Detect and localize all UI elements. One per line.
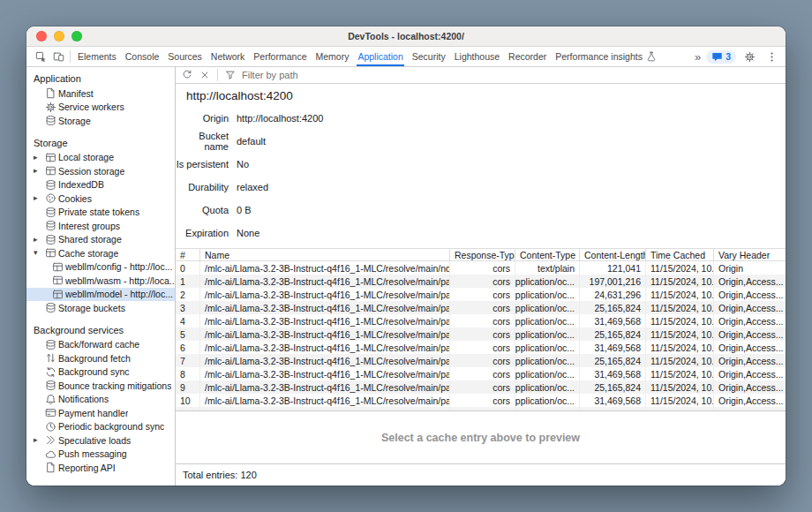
chevron-down-icon[interactable]: ▾ bbox=[34, 249, 42, 257]
cache-entry-row-3[interactable]: 3/mlc-ai/Llama-3.2-3B-Instruct-q4f16_1-M… bbox=[176, 301, 786, 314]
sidebar-item-interest-groups[interactable]: Interest groups bbox=[26, 219, 175, 233]
sidebar-item-background-sync[interactable]: Background sync bbox=[26, 365, 175, 380]
chevron-right-icon[interactable]: ▸ bbox=[34, 167, 42, 175]
cell-content-type: application/oc... bbox=[515, 314, 580, 328]
sidebar-item-back-forward-cache[interactable]: Back/forward cache bbox=[26, 338, 175, 352]
sidebar-item-cookies[interactable]: ▸Cookies bbox=[26, 192, 175, 206]
tab-memory[interactable]: Memory bbox=[311, 47, 353, 66]
document-icon bbox=[42, 462, 58, 473]
tab-performance[interactable]: Performance bbox=[249, 47, 311, 66]
card-icon bbox=[42, 407, 58, 418]
sidebar-item-shared-storage[interactable]: ▸Shared storage bbox=[26, 233, 175, 247]
column-header-name[interactable]: Name bbox=[200, 249, 450, 260]
tab-network[interactable]: Network bbox=[207, 47, 250, 66]
sidebar-item-notifications[interactable]: Notifications bbox=[26, 393, 175, 407]
cache-entry-row-6[interactable]: 6/mlc-ai/Llama-3.2-3B-Instruct-q4f16_1-M… bbox=[176, 341, 786, 354]
cache-entry-row-2[interactable]: 2/mlc-ai/Llama-3.2-3B-Instruct-q4f16_1-M… bbox=[176, 288, 786, 301]
tab-sources[interactable]: Sources bbox=[163, 47, 207, 66]
feedback-badge[interactable]: 3 bbox=[706, 50, 736, 64]
sidebar-item-label: Storage bbox=[58, 116, 91, 126]
sidebar-item-background-fetch[interactable]: Background fetch bbox=[26, 351, 175, 365]
tab-recorder[interactable]: Recorder bbox=[504, 47, 551, 66]
column-header-content-length[interactable]: Content-Length bbox=[580, 249, 646, 260]
chevron-right-icon[interactable]: ▸ bbox=[34, 236, 42, 244]
cache-entry-row-5[interactable]: 5/mlc-ai/Llama-3.2-3B-Instruct-q4f16_1-M… bbox=[176, 328, 786, 341]
fullscreen-window-button[interactable] bbox=[71, 31, 82, 41]
sidebar-item-webllm-wasm-http-loca[interactable]: webllm/wasm - http://loca... bbox=[26, 274, 175, 288]
filter-icon[interactable] bbox=[222, 68, 238, 82]
more-tabs-button[interactable]: » bbox=[694, 51, 702, 63]
refresh-icon[interactable] bbox=[179, 68, 195, 82]
sidebar-item-local-storage[interactable]: ▸Local storage bbox=[26, 151, 175, 165]
cache-entry-row-8[interactable]: 8/mlc-ai/Llama-3.2-3B-Instruct-q4f16_1-M… bbox=[176, 367, 786, 380]
cache-entry-row-9[interactable]: 9/mlc-ai/Llama-3.2-3B-Instruct-q4f16_1-M… bbox=[176, 380, 786, 394]
cell-time-cached: 11/15/2024, 10... bbox=[646, 367, 714, 380]
cache-entry-row-0[interactable]: 0/mlc-ai/Llama-3.2-3B-Instruct-q4f16_1-M… bbox=[176, 261, 786, 275]
window-titlebar[interactable]: DevTools - localhost:4200/ bbox=[26, 26, 786, 47]
sidebar-item-label: Payment handler bbox=[58, 408, 128, 418]
devtools-window: DevTools - localhost:4200/ ElementsConso… bbox=[26, 26, 786, 486]
tab-console[interactable]: Console bbox=[121, 47, 164, 66]
sidebar-item-private-state-tokens[interactable]: Private state tokens bbox=[26, 206, 175, 220]
sidebar-item-session-storage[interactable]: ▸Session storage bbox=[26, 164, 175, 178]
column-header-index[interactable]: # bbox=[176, 249, 200, 260]
cell-content-length: 31,469,568 bbox=[580, 341, 646, 354]
cache-entry-row-4[interactable]: 4/mlc-ai/Llama-3.2-3B-Instruct-q4f16_1-M… bbox=[176, 314, 786, 328]
sidebar-item-label: Push messaging bbox=[58, 448, 127, 459]
sidebar-item-service-workers[interactable]: Service workers bbox=[26, 101, 175, 115]
cell-response-type: cors bbox=[450, 367, 515, 380]
inspect-element-icon[interactable] bbox=[32, 49, 49, 64]
sidebar-item-cache-storage[interactable]: ▾Cache storage bbox=[26, 246, 175, 260]
cell-vary-header: Origin,Access... bbox=[714, 341, 786, 354]
sidebar-item-webllm-config-http-loc[interactable]: webllm/config - http://loc... bbox=[26, 260, 175, 275]
sidebar-item-webllm-model-http-loc[interactable]: webllm/model - http://loc... bbox=[26, 288, 175, 302]
column-header-vary-header[interactable]: Vary Header bbox=[714, 249, 786, 260]
sidebar-item-label: Background sync bbox=[58, 366, 130, 377]
cache-entry-row-1[interactable]: 1/mlc-ai/Llama-3.2-3B-Instruct-q4f16_1-M… bbox=[176, 275, 786, 288]
sidebar-item-label: Shared storage bbox=[58, 234, 122, 245]
cloud-icon bbox=[42, 448, 58, 460]
tab-performance-insights[interactable]: Performance insights bbox=[551, 47, 661, 66]
column-header-content-type[interactable]: Content-Type bbox=[515, 249, 580, 260]
cell-time-cached: 11/15/2024, 10... bbox=[646, 275, 714, 288]
cell-content-type: application/oc... bbox=[515, 341, 580, 354]
tab-label: Performance insights bbox=[555, 51, 643, 62]
cell-name: /mlc-ai/Llama-3.2-3B-Instruct-q4f16_1-ML… bbox=[200, 394, 450, 407]
sidebar-item-bounce-tracking-mitigations[interactable]: Bounce tracking mitigations bbox=[26, 379, 175, 393]
tab-application[interactable]: Application bbox=[353, 47, 407, 66]
device-toolbar-icon[interactable] bbox=[49, 49, 67, 64]
filter-by-path-input[interactable]: Filter by path bbox=[242, 70, 298, 80]
column-header-time-cached[interactable]: Time Cached bbox=[646, 249, 714, 260]
sidebar-item-storage[interactable]: Storage bbox=[26, 114, 175, 128]
cell-index: 10 bbox=[176, 394, 200, 407]
sidebar-item-indexeddb[interactable]: IndexedDB bbox=[26, 178, 175, 192]
chevron-right-icon[interactable]: ▸ bbox=[34, 194, 42, 202]
sidebar-item-push-messaging[interactable]: Push messaging bbox=[26, 448, 175, 462]
column-header-response-type[interactable]: Response-Type bbox=[450, 249, 515, 260]
cache-entry-row-7[interactable]: 7/mlc-ai/Llama-3.2-3B-Instruct-q4f16_1-M… bbox=[176, 354, 786, 367]
flask-icon bbox=[646, 51, 657, 62]
tab-security[interactable]: Security bbox=[408, 47, 450, 66]
cell-time-cached: 11/15/2024, 10... bbox=[646, 301, 714, 314]
close-window-button[interactable] bbox=[36, 31, 47, 41]
total-entries-label: Total entries: 120 bbox=[183, 470, 257, 480]
devtools-tabs: ElementsConsoleSourcesNetworkPerformance… bbox=[73, 47, 661, 66]
kebab-menu-icon[interactable] bbox=[763, 49, 780, 64]
sidebar-item-payment-handler[interactable]: Payment handler bbox=[26, 406, 175, 420]
sidebar-item-label: webllm/model - http://loc... bbox=[65, 289, 173, 299]
delete-selected-icon[interactable] bbox=[197, 68, 213, 82]
chevron-right-icon[interactable]: ▸ bbox=[34, 154, 42, 162]
tab-lighthouse[interactable]: Lighthouse bbox=[450, 47, 504, 66]
cell-response-type: cors bbox=[450, 380, 515, 394]
chevron-right-icon[interactable]: ▸ bbox=[34, 436, 42, 444]
cell-name: /mlc-ai/Llama-3.2-3B-Instruct-q4f16_1-ML… bbox=[200, 261, 450, 275]
sidebar-item-periodic-background-sync[interactable]: Periodic background sync bbox=[26, 420, 175, 434]
cache-entry-row-10[interactable]: 10/mlc-ai/Llama-3.2-3B-Instruct-q4f16_1-… bbox=[176, 394, 786, 407]
sidebar-item-manifest[interactable]: Manifest bbox=[26, 87, 175, 101]
minimize-window-button[interactable] bbox=[54, 31, 64, 41]
settings-gear-icon[interactable] bbox=[741, 49, 758, 64]
sidebar-item-reporting-api[interactable]: Reporting API bbox=[26, 461, 175, 475]
sidebar-item-storage-buckets[interactable]: Storage buckets bbox=[26, 301, 175, 315]
tab-elements[interactable]: Elements bbox=[73, 47, 121, 66]
sidebar-item-speculative-loads[interactable]: ▸Speculative loads bbox=[26, 433, 175, 448]
